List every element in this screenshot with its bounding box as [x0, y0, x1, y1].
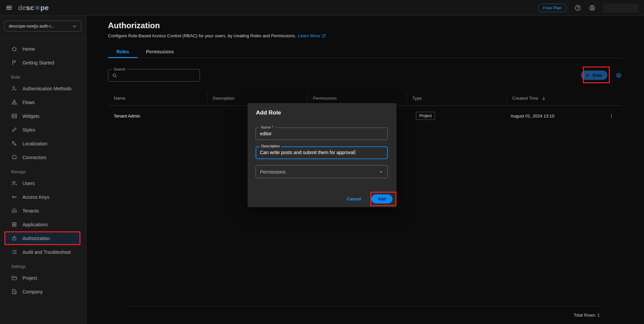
folder-icon [11, 275, 17, 281]
name-field[interactable]: Name * editor [256, 128, 388, 140]
sidebar-item-users[interactable]: Users [0, 176, 86, 190]
search-icon [112, 73, 117, 78]
descope-logomark-icon [35, 5, 40, 11]
add-role-button[interactable]: Role [581, 71, 607, 80]
column-header-name[interactable]: Name [108, 91, 207, 105]
modal-footer: Cancel Add [347, 192, 394, 206]
chevron-down-icon [71, 23, 77, 29]
sidebar-item-flows[interactable]: Flows [0, 95, 86, 109]
text-cursor [355, 150, 356, 155]
sidebar-section-build: Build [0, 70, 86, 82]
search-box[interactable]: Search [108, 69, 200, 82]
page-subtitle-text: Configure Role-Based Access Control (RBA… [108, 33, 296, 38]
account-icon[interactable] [589, 4, 596, 11]
tenants-icon [11, 207, 17, 214]
learn-more-link[interactable]: Learn More [298, 33, 326, 38]
sidebar-item-project[interactable]: Project [0, 271, 86, 285]
cell-name: Tenant Admin [108, 113, 207, 119]
sidebar-item-tenants[interactable]: Tenants [0, 204, 86, 218]
localization-icon [11, 140, 17, 147]
sidebar-item-styles[interactable]: Styles [0, 123, 86, 137]
external-link-icon [321, 34, 326, 38]
cell-created-time: August 01, 2024 13:10 [506, 113, 622, 119]
help-icon[interactable] [574, 4, 581, 11]
search-input[interactable] [120, 73, 196, 78]
name-field-label: Name * [259, 125, 275, 129]
add-button[interactable]: Add [371, 194, 392, 203]
auth-methods-icon [11, 85, 17, 92]
cell-type: Project [407, 112, 506, 120]
lock-icon [11, 235, 17, 241]
sidebar-item-getting-started[interactable]: Getting Started [0, 56, 86, 70]
tab-permissions[interactable]: Permissions [138, 45, 182, 58]
sidebar-item-widgets[interactable]: Widgets [0, 109, 86, 123]
page-title: Authorization [108, 21, 622, 30]
tabs: Roles Permissions [108, 45, 622, 58]
topbar-actions: Free Plan [538, 3, 639, 12]
sidebar-item-authentication-methods[interactable]: Authentication Methods [0, 82, 86, 95]
connectors-icon [11, 154, 17, 160]
styles-icon [11, 127, 17, 133]
users-icon [11, 180, 17, 186]
total-rows: Total Rows: 1 [574, 313, 600, 318]
descope-logo: descpe [18, 4, 49, 12]
sidebar-item-home[interactable]: Home [0, 42, 86, 56]
page-subtitle: Configure Role-Based Access Control (RBA… [108, 33, 622, 38]
toolbar: Search Role [108, 69, 622, 82]
gear-icon[interactable] [615, 72, 622, 79]
redacted-username [603, 3, 639, 12]
applications-icon [11, 221, 17, 228]
name-field-value: editor [256, 128, 387, 139]
sidebar-nav: Home Getting Started Build Authenticatio… [0, 39, 86, 298]
company-icon [11, 288, 17, 295]
sidebar-item-applications[interactable]: Applications [0, 218, 86, 231]
widgets-icon [11, 113, 17, 119]
sidebar-item-access-keys[interactable]: Access Keys [0, 190, 86, 204]
column-header-type[interactable]: Type [407, 91, 506, 105]
sidebar-item-connectors[interactable]: Connectors [0, 150, 86, 164]
sidebar-item-authorization[interactable]: Authorization [0, 231, 86, 245]
project-selector[interactable]: descope-nextjs-auth-r... [4, 20, 81, 32]
sidebar: descope-nextjs-auth-r... Home Getting St… [0, 16, 87, 324]
free-plan-badge[interactable]: Free Plan [538, 4, 567, 12]
permissions-dropdown-label: Permissions [256, 169, 378, 175]
menu-icon[interactable] [5, 4, 13, 11]
audit-icon [11, 249, 17, 255]
sidebar-item-localization[interactable]: Localization [0, 137, 86, 150]
descope-console: descpe Free Plan descope-nextjs-auth-r..… [0, 0, 644, 324]
access-keys-icon [11, 194, 17, 200]
topbar: descpe Free Plan [0, 0, 644, 16]
search-label: Search [112, 67, 127, 71]
sidebar-item-audit-and-troubleshoot[interactable]: Audit and Troubleshoot [0, 245, 86, 259]
description-field[interactable]: Description Can write posts and submit t… [256, 146, 388, 159]
plus-icon [585, 73, 590, 78]
toolbar-actions: Role [581, 71, 622, 80]
project-selector-value: descope-nextjs-auth-r... [9, 24, 71, 29]
description-field-value: Can write posts and submit them for appr… [260, 150, 355, 155]
column-header-created-time[interactable]: Created Time [506, 91, 622, 105]
chevron-down-icon [378, 169, 384, 175]
sidebar-section-settings: Settings [0, 259, 86, 271]
sort-desc-icon [541, 96, 546, 101]
modal-title: Add Role [256, 109, 281, 116]
sidebar-item-company[interactable]: Company [0, 285, 86, 298]
sidebar-section-manage: Manage [0, 164, 86, 176]
cancel-button[interactable]: Cancel [347, 196, 361, 201]
table-footer: Total Rows: 1 [129, 306, 600, 324]
flag-icon [11, 59, 17, 66]
home-icon [11, 46, 17, 52]
tab-roles[interactable]: Roles [108, 45, 138, 58]
permissions-dropdown[interactable]: Permissions [256, 165, 388, 178]
add-role-modal: Add Role Name * editor Description Can w… [248, 103, 396, 207]
kebab-menu-icon[interactable] [608, 113, 614, 119]
flows-icon [11, 99, 17, 105]
description-field-label: Description [260, 144, 281, 148]
type-badge: Project [416, 112, 435, 120]
